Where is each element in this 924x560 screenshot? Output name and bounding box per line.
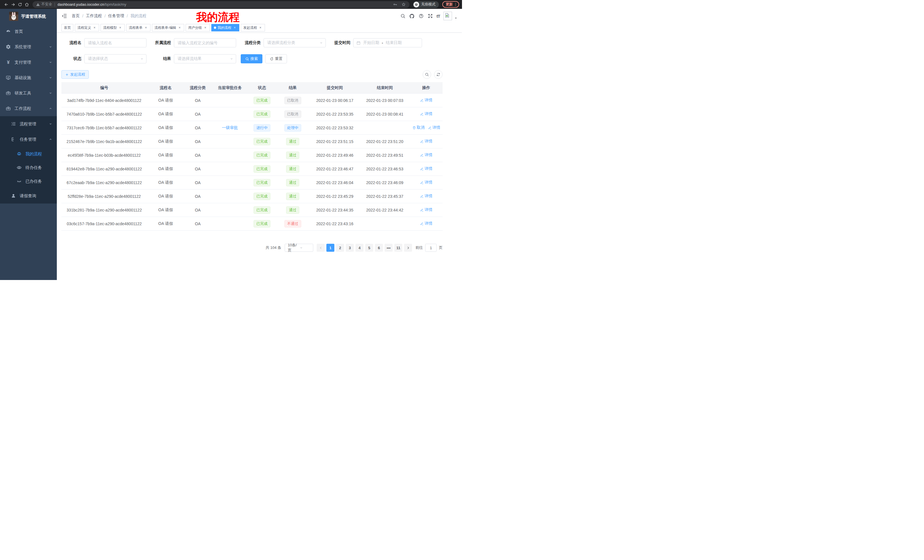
end-time: 2022-01-22 23:44:42: [366, 208, 404, 213]
app-logo-row[interactable]: 芋道管理系统: [0, 11, 57, 21]
page-size-select[interactable]: 10条/页: [285, 244, 313, 252]
security-warning-icon[interactable]: [36, 3, 40, 7]
process-id: 331bc281-7b9a-11ec-a290-acde48001122: [66, 208, 142, 213]
close-icon[interactable]: ×: [203, 26, 207, 30]
detail-link[interactable]: 详情: [420, 139, 432, 144]
sidebar-item-workflow[interactable]: 工作流程: [0, 101, 57, 116]
detail-link[interactable]: 详情: [420, 97, 432, 103]
refresh-icon[interactable]: [434, 70, 442, 79]
detail-link[interactable]: 详情: [420, 153, 432, 157]
sidebar-item-task-management[interactable]: 任务管理: [0, 132, 57, 147]
detail-link[interactable]: 详情: [420, 166, 432, 171]
close-icon[interactable]: ×: [144, 26, 148, 30]
reload-icon[interactable]: [16, 1, 23, 8]
pager-next[interactable]: [404, 244, 412, 252]
sidebar-fold-icon[interactable]: [62, 13, 67, 19]
detail-link[interactable]: 详情: [420, 221, 432, 226]
date-range-picker[interactable]: 开始日期 - 结束日期: [353, 38, 422, 47]
pager-more[interactable]: •••: [385, 244, 393, 252]
pager-page[interactable]: 3: [346, 244, 354, 252]
current-task-link[interactable]: 一级审批: [222, 125, 238, 130]
tab-process-model[interactable]: 流程模型×: [100, 24, 125, 31]
url-host[interactable]: dashboard.yudao.iocoder.cn: [58, 2, 104, 7]
star-icon[interactable]: [400, 1, 406, 8]
search-icon[interactable]: [400, 13, 406, 19]
show-search-icon[interactable]: [423, 70, 431, 79]
caret-down-icon[interactable]: [454, 16, 458, 20]
sidebar-item-my-process[interactable]: 我的流程: [0, 147, 57, 161]
detail-link[interactable]: 详情: [428, 125, 440, 130]
url-path[interactable]: /bpm/task/my: [104, 2, 126, 7]
sidebar-item-leave-query[interactable]: 请假查询: [0, 188, 57, 204]
tab-start-process[interactable]: 发起流程×: [241, 24, 265, 31]
actions-cell: 详情: [410, 97, 442, 103]
pager-page[interactable]: 4: [356, 244, 363, 252]
github-icon[interactable]: [409, 13, 415, 19]
detail-link[interactable]: 详情: [420, 193, 432, 199]
search-button[interactable]: 搜索: [241, 54, 262, 63]
column-header: 流程名: [147, 85, 184, 90]
tab-process-form[interactable]: 流程表单×: [126, 24, 150, 31]
fullscreen-icon[interactable]: [428, 13, 433, 19]
sidebar-item-process-management[interactable]: 流程管理: [0, 116, 57, 132]
status-cell: 已完成: [248, 111, 276, 118]
help-icon[interactable]: [418, 13, 424, 19]
back-arrow-icon[interactable]: [3, 1, 10, 8]
detail-link[interactable]: 详情: [420, 111, 432, 117]
sidebar-item-todo-tasks[interactable]: 待办任务: [0, 161, 57, 174]
reset-button[interactable]: 重置: [265, 54, 287, 63]
address-bar[interactable]: 不安全 dashboard.yudao.iocoder.cn/bpm/task/…: [33, 1, 410, 8]
sidebar-item-done-tasks[interactable]: 已办任务: [0, 174, 57, 188]
result-select[interactable]: 请选择流结果: [174, 54, 236, 63]
sidebar-item-payment-management[interactable]: ¥支付管理: [0, 54, 57, 70]
pager-page[interactable]: 5: [365, 244, 373, 252]
search-button-label: 搜索: [250, 56, 258, 61]
sidebar-item-dev-tools[interactable]: 研发工具: [0, 85, 57, 101]
close-icon[interactable]: ×: [258, 26, 262, 30]
end-time: 2022-01-22 23:51:20: [366, 139, 404, 144]
forward-arrow-icon[interactable]: [10, 1, 16, 8]
actions-cell: 详情: [410, 193, 442, 199]
pager-prev[interactable]: [316, 244, 325, 252]
start-process-button[interactable]: 发起流程: [62, 70, 89, 79]
close-icon[interactable]: ×: [178, 26, 182, 30]
update-label[interactable]: 更新: [446, 2, 453, 7]
tab-home[interactable]: 首页: [62, 24, 74, 31]
detail-link[interactable]: 详情: [420, 180, 432, 185]
close-icon[interactable]: ×: [93, 26, 96, 30]
actions-cell: 详情: [410, 153, 442, 158]
pager-page[interactable]: 1: [326, 244, 334, 252]
sidebar-item-home[interactable]: 首页: [0, 24, 57, 39]
definition-input[interactable]: [174, 38, 236, 47]
status-select[interactable]: 请选择状态: [84, 54, 147, 63]
kebab-menu-icon[interactable]: [453, 2, 458, 7]
pager-page[interactable]: 2: [336, 244, 344, 252]
close-icon[interactable]: ×: [118, 26, 122, 30]
sidebar-item-system-management[interactable]: 系统管理: [0, 39, 57, 54]
key-icon[interactable]: [392, 1, 398, 8]
tab-process-form-edit[interactable]: 流程表单-编辑×: [152, 24, 184, 31]
avatar[interactable]: [444, 12, 452, 20]
sidebar-item-infrastructure[interactable]: 基础设施: [0, 70, 57, 85]
pager-page[interactable]: 6: [375, 244, 383, 252]
cancel-link[interactable]: 取消: [412, 125, 424, 130]
process-name: OA 请假: [158, 208, 173, 212]
home-icon[interactable]: [23, 1, 30, 8]
close-icon[interactable]: ×: [233, 26, 237, 30]
process-category: OA: [195, 153, 201, 157]
goto-page-input[interactable]: [425, 244, 436, 252]
security-label[interactable]: 不安全: [41, 2, 52, 7]
name-input[interactable]: [84, 38, 147, 47]
breadcrumb-item[interactable]: 任务管理: [108, 13, 124, 18]
breadcrumb-item[interactable]: 首页: [72, 13, 80, 18]
tab-my-process[interactable]: 我的流程×: [211, 24, 239, 31]
detail-link[interactable]: 详情: [420, 207, 432, 213]
tab-process-definition[interactable]: 流程定义×: [75, 24, 99, 31]
pager-page[interactable]: 11: [394, 244, 402, 252]
update-button[interactable]: 更新: [442, 1, 459, 8]
category-select[interactable]: 请选择流程分类: [264, 38, 326, 47]
tab-user-group[interactable]: 用户分组×: [186, 24, 210, 31]
gauge-icon: [6, 29, 11, 34]
breadcrumb-item[interactable]: 工作流程: [86, 13, 102, 18]
font-size-icon[interactable]: tT: [436, 14, 440, 18]
